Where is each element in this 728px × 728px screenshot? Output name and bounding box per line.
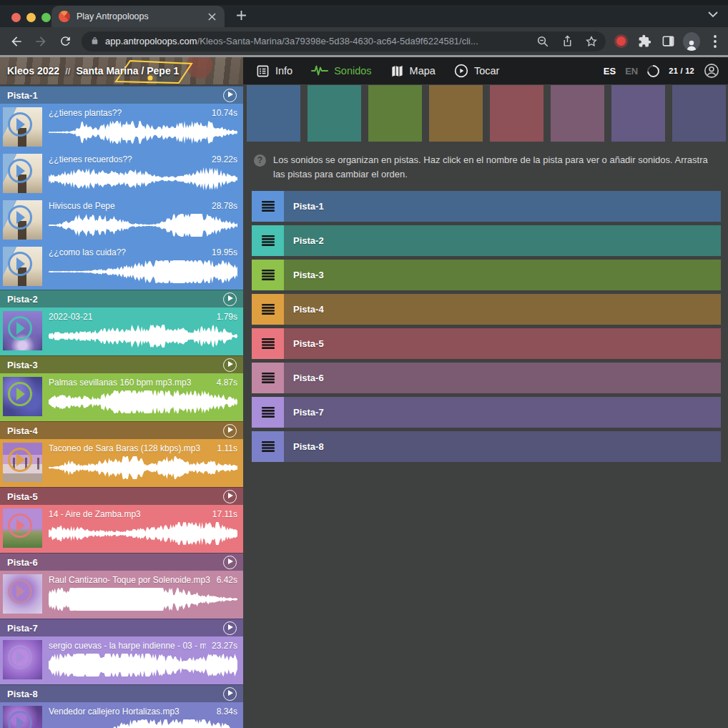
track-play-button[interactable]: [223, 292, 237, 306]
track-row-pista-2[interactable]: Pista-2: [252, 225, 721, 256]
clip-thumbnail[interactable]: [3, 443, 42, 482]
fullscreen-window-button[interactable]: [41, 13, 51, 22]
track-header-pista-2[interactable]: Pista-2: [0, 290, 243, 308]
clip-pista-1-0[interactable]: ¿¿tienes plantas??10.74s: [0, 104, 243, 150]
track-header-pista-3[interactable]: Pista-3: [0, 355, 243, 373]
minimize-window-button[interactable]: [26, 13, 36, 22]
breadcrumb[interactable]: Kleos 2022 // Santa Marina / Pepe 1: [0, 57, 243, 84]
project-name[interactable]: Kleos 2022: [7, 65, 59, 77]
track-play-button[interactable]: [223, 490, 237, 503]
track-row-body[interactable]: Pista-1: [284, 191, 721, 222]
track-row-pista-1[interactable]: Pista-1: [252, 191, 721, 222]
back-button[interactable]: [9, 34, 24, 49]
close-window-button[interactable]: [11, 13, 21, 22]
clip-thumbnail[interactable]: [3, 311, 42, 350]
profile-avatar[interactable]: [683, 33, 700, 50]
extensions-puzzle-icon[interactable]: [636, 33, 653, 50]
drag-handle[interactable]: [252, 328, 284, 359]
track-header-pista-5[interactable]: Pista-5: [0, 487, 243, 505]
clip-pista-2-0[interactable]: 2022-03-211.79s: [0, 308, 243, 355]
play-icon[interactable]: [8, 382, 32, 406]
play-icon[interactable]: [8, 645, 32, 669]
play-icon[interactable]: [8, 159, 32, 183]
track-row-body[interactable]: Pista-5: [284, 328, 721, 359]
track-header-pista-8[interactable]: Pista-8: [0, 684, 243, 702]
drag-handle[interactable]: [252, 431, 284, 462]
nav-sonidos[interactable]: Sonidos: [311, 64, 371, 77]
drag-handle[interactable]: [252, 294, 284, 325]
track-row-body[interactable]: Pista-2: [284, 225, 721, 256]
play-icon[interactable]: [8, 448, 32, 472]
tab-search-chevron-icon[interactable]: [708, 11, 718, 18]
clip-pista-3-0[interactable]: Palmas sevillanas 160 bpm mp3.mp34.87s: [0, 373, 243, 421]
track-row-body[interactable]: Pista-6: [284, 363, 721, 393]
zoom-out-icon[interactable]: [536, 34, 550, 49]
share-icon[interactable]: [560, 34, 574, 49]
nav-info[interactable]: Info: [256, 64, 292, 78]
drag-handle[interactable]: [252, 191, 284, 222]
play-icon[interactable]: [8, 316, 32, 340]
clip-thumbnail[interactable]: [3, 107, 42, 147]
lang-en-button[interactable]: EN: [625, 66, 638, 77]
clip-pista-1-1[interactable]: ¿¿tienes recuerdos??29.22s: [0, 150, 243, 197]
track-play-button[interactable]: [223, 621, 237, 635]
track-row-pista-7[interactable]: Pista-7: [252, 397, 721, 428]
track-header-pista-6[interactable]: Pista-6: [0, 553, 243, 571]
track-row-pista-5[interactable]: Pista-5: [252, 328, 721, 359]
track-row-pista-3[interactable]: Pista-3: [252, 260, 721, 290]
account-icon[interactable]: [704, 63, 719, 79]
track-play-button[interactable]: [223, 556, 237, 569]
drag-handle[interactable]: [252, 260, 284, 290]
track-row-pista-4[interactable]: Pista-4: [252, 294, 721, 325]
clip-thumbnail[interactable]: [3, 154, 42, 193]
drag-handle[interactable]: [252, 397, 284, 428]
clip-thumbnail[interactable]: [3, 574, 42, 614]
track-header-pista-7[interactable]: Pista-7: [0, 619, 243, 636]
tab-close-icon[interactable]: [206, 11, 217, 22]
track-row-body[interactable]: Pista-4: [284, 294, 721, 325]
track-header-pista-4[interactable]: Pista-4: [0, 421, 243, 439]
record-extension-icon[interactable]: [612, 33, 629, 50]
track-row-body[interactable]: Pista-3: [284, 260, 721, 290]
play-icon[interactable]: [8, 252, 32, 276]
drag-handle[interactable]: [252, 363, 284, 393]
track-row-body[interactable]: Pista-7: [284, 397, 721, 428]
clip-pista-6-0[interactable]: Raul Cantizano- Toque por Solenoide.mp36…: [0, 571, 243, 619]
clip-pista-7-0[interactable]: sergio cuevas - la harpe indienne - 03 -…: [0, 636, 243, 684]
clip-thumbnail[interactable]: [3, 640, 42, 679]
browser-menu-icon[interactable]: [707, 33, 724, 50]
side-panel-icon[interactable]: [659, 33, 677, 50]
track-play-button[interactable]: [223, 358, 237, 372]
forward-button[interactable]: [33, 34, 49, 49]
clip-pista-8-0[interactable]: Vendedor callejero Hortalizas.mp38.34s: [0, 702, 243, 728]
bookmark-star-icon[interactable]: [584, 34, 599, 49]
clip-pista-1-2[interactable]: Hiviscus de Pepe28.78s: [0, 197, 243, 243]
play-icon[interactable]: [8, 205, 32, 230]
track-play-button[interactable]: [223, 687, 237, 701]
new-tab-button[interactable]: [236, 10, 247, 21]
clip-thumbnail[interactable]: [3, 706, 42, 728]
clip-thumbnail[interactable]: [3, 247, 42, 286]
clip-thumbnail[interactable]: [3, 508, 42, 548]
play-icon[interactable]: [8, 579, 32, 604]
track-row-body[interactable]: Pista-8: [284, 431, 721, 462]
clip-thumbnail[interactable]: [3, 377, 42, 416]
play-icon[interactable]: [8, 513, 32, 538]
clip-pista-4-0[interactable]: Taconeo de Sara Baras (128 kbps).mp31.11…: [0, 439, 243, 487]
track-play-button[interactable]: [223, 424, 237, 438]
track-row-pista-6[interactable]: Pista-6: [252, 363, 721, 393]
lang-es-button[interactable]: ES: [604, 66, 616, 77]
drag-handle[interactable]: [252, 225, 284, 256]
nav-mapa[interactable]: Mapa: [390, 64, 436, 78]
play-icon[interactable]: [8, 112, 32, 137]
nav-tocar[interactable]: Tocar: [454, 64, 499, 78]
track-play-button[interactable]: [223, 89, 237, 102]
clip-pista-5-0[interactable]: 14 - Aire de Zamba.mp317.11s: [0, 505, 243, 553]
clip-pista-1-3[interactable]: ¿¿como las cuida??19.95s: [0, 243, 243, 290]
track-row-pista-8[interactable]: Pista-8: [252, 431, 721, 462]
url-bar[interactable]: app.antropoloops.com /Kleos-Santa-Marina…: [82, 31, 606, 51]
reload-button[interactable]: [57, 34, 73, 49]
clip-thumbnail[interactable]: [3, 200, 42, 240]
track-header-pista-1[interactable]: Pista-1: [0, 86, 243, 104]
play-icon[interactable]: [8, 711, 32, 728]
